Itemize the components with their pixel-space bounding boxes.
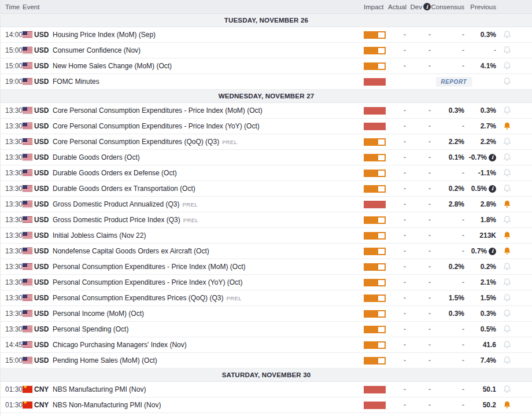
notification-bell-icon[interactable]	[496, 30, 518, 39]
event-row[interactable]: 15:00 USD New Home Sales Change (MoM) (O…	[1, 58, 532, 74]
event-row[interactable]: 13:30 USD Initial Jobless Claims (Nov 22…	[1, 228, 532, 244]
notification-bell-icon[interactable]	[496, 309, 518, 318]
notification-bell-icon[interactable]	[496, 400, 518, 410]
previous-value: 50.1 i	[464, 385, 496, 393]
event-time: 13:30	[5, 263, 23, 271]
notification-bell-icon[interactable]	[496, 184, 518, 193]
previous-value: 0.5% i	[464, 325, 496, 333]
notification-bell-icon[interactable]	[496, 106, 518, 115]
notification-bell-icon[interactable]	[496, 293, 518, 303]
notification-bell-icon[interactable]	[496, 122, 518, 131]
event-row[interactable]: 13:30 USD Gross Domestic Product Price I…	[1, 212, 532, 228]
event-row[interactable]: 14:00 USD Housing Price Index (MoM) (Sep…	[1, 27, 532, 43]
event-name[interactable]: FOMC Minutes	[53, 78, 361, 86]
event-name[interactable]: Durable Goods Orders ex Defense (Oct)	[53, 169, 361, 177]
event-row[interactable]: 01:30 CNY NBS Non-Manufacturing PMI (Nov…	[1, 397, 532, 413]
event-name[interactable]: New Home Sales Change (MoM) (Oct)	[53, 62, 361, 70]
event-name[interactable]: Personal Consumption Expenditures Prices…	[53, 294, 361, 302]
event-row[interactable]: 13:30 USD Personal Consumption Expenditu…	[1, 259, 532, 275]
notification-bell-icon[interactable]	[496, 77, 518, 86]
event-name[interactable]: Personal Spending (Oct)	[53, 325, 361, 333]
event-name[interactable]: Personal Income (MoM) (Oct)	[53, 310, 361, 318]
previous-value: 2.2% i	[464, 138, 496, 146]
report-link[interactable]: REPORT	[435, 77, 472, 87]
event-row[interactable]: 01:30 CNY NBS Manufacturing PMI (Nov) - …	[1, 382, 532, 397]
impact-indicator	[361, 185, 388, 193]
event-name[interactable]: Pending Home Sales (MoM) (Oct)	[53, 356, 361, 365]
event-name[interactable]: Gross Domestic Product Price Index (Q3)P…	[53, 216, 361, 224]
currency-code: CNY	[34, 401, 53, 409]
notification-bell-icon[interactable]	[496, 231, 518, 240]
dev-info-icon[interactable]: i	[423, 3, 431, 10]
event-row[interactable]: 14:45 USD Chicago Purchasing Managers' I…	[1, 337, 532, 353]
event-name[interactable]: Durable Goods Orders ex Transportation (…	[53, 185, 361, 193]
notification-bell-icon[interactable]	[496, 325, 518, 334]
impact-indicator	[361, 310, 388, 318]
notification-bell-icon[interactable]	[496, 153, 518, 162]
actual-value: -	[388, 106, 406, 115]
event-row[interactable]: 13:30 USD Durable Goods Orders ex Transp…	[1, 181, 532, 197]
event-row[interactable]: 13:30 USD Core Personal Consumption Expe…	[1, 134, 532, 150]
notification-bell-icon[interactable]	[496, 200, 518, 209]
event-name[interactable]: Initial Jobless Claims (Nov 22)	[53, 231, 361, 240]
consensus-value: -	[431, 401, 464, 409]
notification-bell-icon[interactable]	[496, 46, 518, 55]
previous-value: 1.5% i	[464, 294, 496, 302]
country-flag-icon	[23, 185, 34, 192]
notification-bell-icon[interactable]	[496, 215, 518, 224]
event-name[interactable]: Nondefense Capital Goods Orders ex Aircr…	[53, 247, 361, 255]
event-name[interactable]: Housing Price Index (MoM) (Sep)	[53, 31, 361, 39]
notification-bell-icon[interactable]	[496, 262, 518, 271]
event-name[interactable]: Personal Consumption Expenditures - Pric…	[53, 263, 361, 271]
event-row[interactable]: 13:30 USD Core Personal Consumption Expe…	[1, 103, 532, 119]
notification-bell-icon[interactable]	[496, 340, 518, 349]
actual-value: -	[388, 310, 406, 318]
event-name[interactable]: NBS Non-Manufacturing PMI (Nov)	[53, 401, 361, 409]
notification-bell-icon[interactable]	[496, 61, 518, 71]
section-date-header: TUESDAY, NOVEMBER 26	[1, 14, 532, 27]
consensus-value: 2.8%	[431, 200, 464, 208]
notification-bell-icon[interactable]	[496, 246, 518, 256]
event-row[interactable]: 13:30 USD Core Personal Consumption Expe…	[1, 119, 532, 134]
actual-value: -	[388, 294, 406, 302]
event-time: 13:30	[5, 185, 23, 193]
event-name[interactable]: Consumer Confidence (Nov)	[53, 46, 361, 54]
event-name[interactable]: Core Personal Consumption Expenditures -…	[53, 106, 361, 115]
event-row[interactable]: 13:30 USD Gross Domestic Product Annuali…	[1, 197, 532, 212]
event-row[interactable]: 13:30 USD Personal Spending (Oct) - - - …	[1, 322, 532, 337]
notification-bell-icon[interactable]	[496, 137, 518, 146]
event-row[interactable]: 13:30 USD Personal Income (MoM) (Oct) - …	[1, 306, 532, 322]
event-row[interactable]: 13:30 USD Durable Goods Orders ex Defens…	[1, 165, 532, 181]
event-row[interactable]: 15:00 USD Consumer Confidence (Nov) - - …	[1, 43, 532, 58]
event-name[interactable]: Core Personal Consumption Expenditures -…	[53, 122, 361, 130]
notification-bell-icon[interactable]	[496, 168, 518, 178]
actual-value: -	[388, 247, 406, 255]
event-row[interactable]: 13:30 USD Durable Goods Orders (Oct) - -…	[1, 150, 532, 165]
consensus-value: -	[431, 216, 464, 224]
country-flag-icon	[23, 279, 34, 286]
notification-bell-icon[interactable]	[496, 278, 518, 287]
event-name[interactable]: Chicago Purchasing Managers' Index (Nov)	[53, 341, 361, 349]
deviation-value: -	[406, 231, 431, 240]
previous-value: 2.7% i	[464, 122, 496, 130]
event-row[interactable]: 13:30 USD Nondefense Capital Goods Order…	[1, 244, 532, 259]
actual-value: -	[388, 46, 406, 54]
revision-info-icon[interactable]: i	[489, 248, 496, 255]
revision-info-icon[interactable]: i	[489, 154, 496, 161]
col-consensus-header: Consensus	[431, 3, 464, 10]
event-row[interactable]: 19:00 USD FOMC Minutes i REPORT	[1, 74, 532, 90]
revision-info-icon[interactable]: i	[489, 185, 496, 193]
notification-bell-icon[interactable]	[496, 385, 518, 394]
event-row[interactable]: 15:00 USD Pending Home Sales (MoM) (Oct)…	[1, 353, 532, 369]
event-time: 19:00	[5, 78, 23, 86]
notification-bell-icon[interactable]	[496, 356, 518, 365]
event-name[interactable]: NBS Manufacturing PMI (Nov)	[53, 385, 361, 393]
event-row[interactable]: 13:30 USD Personal Consumption Expenditu…	[1, 290, 532, 306]
event-name[interactable]: Durable Goods Orders (Oct)	[53, 153, 361, 161]
event-name[interactable]: Core Personal Consumption Expenditures (…	[53, 138, 361, 146]
event-name[interactable]: Personal Consumption Expenditures - Pric…	[53, 278, 361, 286]
event-row[interactable]: 13:30 USD Personal Consumption Expenditu…	[1, 275, 532, 290]
event-name[interactable]: Gross Domestic Product Annualized (Q3)PR…	[53, 200, 361, 208]
impact-indicator	[361, 263, 388, 271]
country-flag-icon	[23, 154, 34, 161]
